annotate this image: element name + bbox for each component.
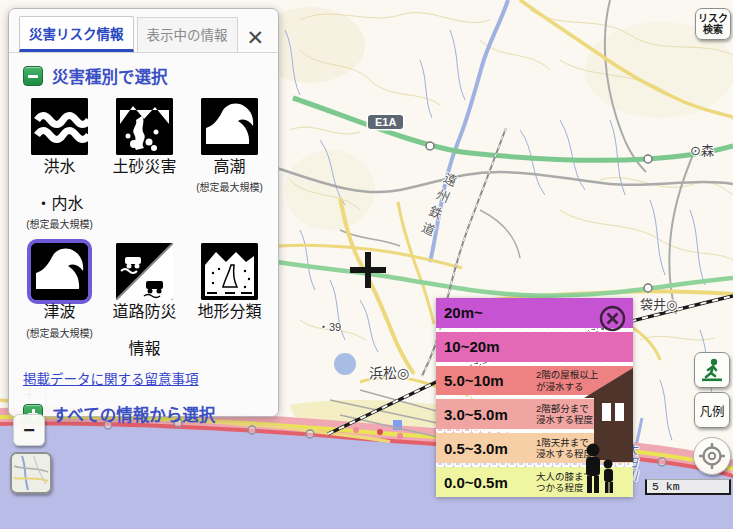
legend-range: 3.0~5.0m <box>444 406 532 423</box>
expressway-badge: E1A <box>368 115 403 129</box>
map-label-fukuroi: 袋井◎ <box>640 294 677 313</box>
hazard-landslide[interactable]: 土砂災害 <box>102 98 187 231</box>
risk-search-label-line2: 検索 <box>703 24 723 36</box>
legend-range: 20m~ <box>444 304 532 321</box>
hazard-label: 津波 <box>43 303 75 321</box>
hazard-flood[interactable]: 洪水 ・内水 (想定最大規模) <box>17 98 102 231</box>
hazard-type-section-header[interactable]: 災害種別で選択 <box>9 53 278 90</box>
hazard-label: 土砂災害 <box>112 158 176 176</box>
hazard-sublabel: (想定最大規模) <box>26 216 93 231</box>
hazard-sublabel: (想定最大規模) <box>196 179 263 194</box>
all-info-section-title: すべての情報から選択 <box>52 402 215 426</box>
legend-row: 10~20m <box>436 332 633 362</box>
legend-toggle-button[interactable]: 凡例 <box>694 392 730 428</box>
notice-row: 掲載データに関する留意事項 <box>9 358 278 388</box>
legend-desc: 1階天井まで 浸水する程度 <box>536 437 593 460</box>
panel-close-icon[interactable]: ✕ <box>246 27 270 52</box>
legend-row: 3.0~5.0m 2階部分まで 浸水する程度 <box>436 399 633 429</box>
legend-range: 10~20m <box>444 338 532 355</box>
minimap-thumbnail <box>12 454 50 492</box>
compass-icon <box>698 442 726 470</box>
data-notice-link[interactable]: 掲載データに関する留意事項 <box>23 372 199 387</box>
zoom-out-label: − <box>23 419 35 442</box>
risk-search-button[interactable]: リスク 検索 <box>695 8 731 40</box>
legend-desc: 大人の膝まで つかる程度 <box>536 471 593 494</box>
map-label-hamamatsu: 浜松◎ <box>369 362 409 382</box>
legend-row: 0.5~3.0m 1階天井まで 浸水する程度 <box>436 433 633 463</box>
disaster-risk-panel: 災害リスク情報 表示中の情報 ✕ 災害種別で選択 洪水 ・内水 (想定最大規模) <box>8 8 279 417</box>
hazard-road-info[interactable]: 道路防災 情報 <box>102 243 187 358</box>
hazard-grid: 洪水 ・内水 (想定最大規模) 土砂災害 高潮 (想定最大規模) <box>9 90 278 358</box>
risk-search-label-line1: リスク <box>698 13 728 25</box>
hazard-label-line2: ・内水 <box>35 195 83 212</box>
road-hazard-icon <box>116 243 173 300</box>
legend-close-icon[interactable] <box>599 305 626 332</box>
hazard-storm-surge[interactable]: 高潮 (想定最大規模) <box>187 98 272 231</box>
legend-desc: 2階の屋根以上 が浸水する <box>536 369 598 392</box>
evacuation-site-button[interactable] <box>694 352 730 388</box>
hazard-sublabel: (想定最大規模) <box>26 325 93 340</box>
hazard-tsunami[interactable]: 津波 (想定最大規模) <box>17 243 102 358</box>
hazard-label-line2: 情報 <box>128 340 160 357</box>
storm-surge-icon <box>201 98 258 155</box>
flood-icon <box>31 98 88 155</box>
running-person-icon <box>699 357 725 383</box>
all-info-section-header[interactable]: すべての情報から選択 <box>9 388 278 428</box>
panel-tab-bar: 災害リスク情報 表示中の情報 ✕ <box>9 9 278 53</box>
hazard-label: 道路防災 <box>112 303 176 320</box>
hazard-label: 高潮 <box>213 158 245 176</box>
lake <box>334 353 356 375</box>
legend-row: 5.0~10m 2階の屋根以上 が浸水する <box>436 366 633 396</box>
zoom-out-button[interactable]: − <box>13 414 45 446</box>
legend-range: 0.0~0.5m <box>444 474 532 491</box>
legend-range: 0.5~3.0m <box>444 440 532 457</box>
legend-button-label: 凡例 <box>699 401 724 420</box>
tsunami-icon <box>31 243 88 300</box>
map-center-crosshair-icon <box>348 250 388 290</box>
terrain-icon <box>201 243 258 300</box>
scale-label: 5 km <box>652 480 680 493</box>
map-scale-bar: 5 km <box>645 479 731 495</box>
hazard-terrain[interactable]: 地形分類 <box>187 243 272 358</box>
legend-desc: 2階部分まで 浸水する程度 <box>536 403 593 426</box>
legend-range: 5.0~10m <box>444 372 532 389</box>
map-label-mori: ⊙森 <box>690 140 714 159</box>
landslide-icon <box>116 98 173 155</box>
map-label-elevation: ・39 <box>318 318 341 334</box>
compass-location-button[interactable] <box>693 437 731 475</box>
collapse-minus-icon[interactable] <box>23 66 43 86</box>
tab-displayed-info[interactable]: 表示中の情報 <box>137 17 238 52</box>
legend-row: 0.0~0.5m 大人の膝まで つかる程度 <box>436 467 633 497</box>
hazard-section-title: 災害種別で選択 <box>52 64 168 88</box>
overview-minimap[interactable] <box>10 452 52 494</box>
tab-disaster-risk-info[interactable]: 災害リスク情報 <box>19 16 134 52</box>
hazard-label: 洪水 <box>43 158 75 175</box>
hazard-label: 地形分類 <box>197 303 261 321</box>
tsunami-depth-legend: 20m~ 10~20m 5.0~10m 2階の屋根以上 が浸水する 3.0~5.… <box>436 298 633 497</box>
